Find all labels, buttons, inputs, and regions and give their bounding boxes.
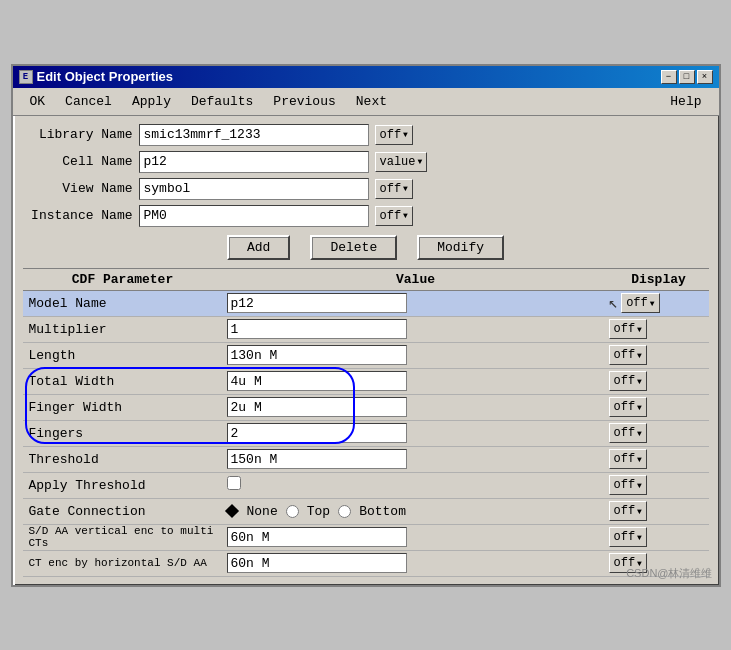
main-window: E Edit Object Properties − □ × OK Cancel… — [11, 64, 721, 587]
length-off-btn[interactable]: off ▼ — [609, 345, 647, 365]
maximize-button[interactable]: □ — [679, 70, 695, 84]
param-model-name: Model Name — [23, 296, 223, 311]
cell-name-dropdown[interactable]: value ▼ — [375, 152, 428, 172]
action-buttons: Add Delete Modify — [23, 235, 709, 260]
param-length: Length — [23, 348, 223, 363]
display-total-width: off ▼ — [609, 371, 709, 391]
value-sd-aa-vertical — [223, 527, 609, 547]
value-length — [223, 345, 609, 365]
sd-aa-vertical-off-btn[interactable]: off ▼ — [609, 527, 647, 547]
title-bar-left: E Edit Object Properties — [19, 69, 174, 84]
multiplier-input[interactable] — [227, 319, 407, 339]
table-row: Gate Connection None Top Bottom off ▼ — [23, 499, 709, 525]
defaults-button[interactable]: Defaults — [182, 91, 262, 112]
threshold-off-btn[interactable]: off ▼ — [609, 449, 647, 469]
bottom-radio[interactable] — [338, 505, 351, 518]
apply-threshold-checkbox[interactable] — [227, 476, 241, 490]
sd-aa-vertical-input[interactable] — [227, 527, 407, 547]
value-fingers — [223, 423, 609, 443]
previous-button[interactable]: Previous — [264, 91, 344, 112]
fingers-input[interactable] — [227, 423, 407, 443]
table-row: Model Name ↖ off ▼ — [23, 291, 709, 317]
menu-bar: OK Cancel Apply Defaults Previous Next H… — [13, 88, 719, 116]
add-button[interactable]: Add — [227, 235, 290, 260]
chevron-down-icon14: ▼ — [637, 533, 642, 542]
title-bar: E Edit Object Properties − □ × — [13, 66, 719, 88]
help-button[interactable]: Help — [661, 91, 710, 112]
library-name-label: Library Name — [23, 127, 133, 142]
param-finger-width: Finger Width — [23, 400, 223, 415]
model-name-input[interactable] — [227, 293, 407, 313]
value-threshold — [223, 449, 609, 469]
param-apply-threshold: Apply Threshold — [23, 478, 223, 493]
apply-threshold-off-btn[interactable]: off ▼ — [609, 475, 647, 495]
content-area: Library Name off ▼ Cell Name value ▼ Vie… — [13, 116, 719, 585]
cell-name-input[interactable] — [139, 151, 369, 173]
diamond-icon — [224, 504, 238, 518]
library-name-dropdown[interactable]: off ▼ — [375, 125, 413, 145]
table-row: Multiplier off ▼ — [23, 317, 709, 343]
chevron-down-icon6: ▼ — [637, 325, 642, 334]
value-multiplier — [223, 319, 609, 339]
close-button[interactable]: × — [697, 70, 713, 84]
chevron-down-icon2: ▼ — [418, 157, 423, 166]
display-multiplier: off ▼ — [609, 319, 709, 339]
model-name-off-btn[interactable]: off ▼ — [621, 293, 659, 313]
window-icon-label: E — [23, 72, 28, 82]
gate-connection-radio-group: None Top Bottom — [227, 504, 605, 519]
view-name-dropdown-label: off — [380, 182, 402, 196]
cell-name-row: Cell Name value ▼ — [23, 151, 709, 173]
ok-button[interactable]: OK — [21, 91, 55, 112]
chevron-down-icon12: ▼ — [637, 481, 642, 490]
cell-name-label: Cell Name — [23, 154, 133, 169]
chevron-down-icon3: ▼ — [403, 184, 408, 193]
total-width-input[interactable] — [227, 371, 407, 391]
table-row: Length off ▼ — [23, 343, 709, 369]
display-model-name: ↖ off ▼ — [609, 293, 709, 313]
next-button[interactable]: Next — [347, 91, 396, 112]
delete-button[interactable]: Delete — [310, 235, 397, 260]
apply-button[interactable]: Apply — [123, 91, 180, 112]
minimize-button[interactable]: − — [661, 70, 677, 84]
watermark: CSDN@林清维维 — [626, 566, 712, 581]
chevron-down-icon9: ▼ — [637, 403, 642, 412]
display-length: off ▼ — [609, 345, 709, 365]
table-row: Finger Width off ▼ — [23, 395, 709, 421]
top-radio[interactable] — [286, 505, 299, 518]
table-row: Total Width off ▼ — [23, 369, 709, 395]
table-row: Apply Threshold off ▼ — [23, 473, 709, 499]
view-name-input[interactable] — [139, 178, 369, 200]
value-model-name — [223, 293, 609, 313]
ct-enc-input[interactable] — [227, 553, 407, 573]
param-total-width: Total Width — [23, 374, 223, 389]
multiplier-off-btn[interactable]: off ▼ — [609, 319, 647, 339]
column-header-display: Display — [609, 272, 709, 287]
cancel-button[interactable]: Cancel — [56, 91, 121, 112]
threshold-input[interactable] — [227, 449, 407, 469]
chevron-down-icon7: ▼ — [637, 351, 642, 360]
column-header-param: CDF Parameter — [23, 272, 223, 287]
table-row: S/D AA vertical enc to multi CTs off ▼ — [23, 525, 709, 551]
cell-name-dropdown-label: value — [380, 155, 416, 169]
finger-width-off-btn[interactable]: off ▼ — [609, 397, 647, 417]
modify-button[interactable]: Modify — [417, 235, 504, 260]
gate-connection-off-btn[interactable]: off ▼ — [609, 501, 647, 521]
table-body: Model Name ↖ off ▼ Multiplier — [23, 291, 709, 577]
instance-name-label: Instance Name — [23, 208, 133, 223]
length-input[interactable] — [227, 345, 407, 365]
view-name-row: View Name off ▼ — [23, 178, 709, 200]
total-width-off-btn[interactable]: off ▼ — [609, 371, 647, 391]
chevron-down-icon13: ▼ — [637, 507, 642, 516]
chevron-down-icon: ▼ — [403, 130, 408, 139]
finger-width-input[interactable] — [227, 397, 407, 417]
value-total-width — [223, 371, 609, 391]
instance-name-dropdown[interactable]: off ▼ — [375, 206, 413, 226]
table-row: Threshold off ▼ — [23, 447, 709, 473]
instance-name-input[interactable] — [139, 205, 369, 227]
title-buttons: − □ × — [661, 70, 713, 84]
display-gate-connection: off ▼ — [609, 501, 709, 521]
view-name-dropdown[interactable]: off ▼ — [375, 179, 413, 199]
library-name-input[interactable] — [139, 124, 369, 146]
display-fingers: off ▼ — [609, 423, 709, 443]
fingers-off-btn[interactable]: off ▼ — [609, 423, 647, 443]
